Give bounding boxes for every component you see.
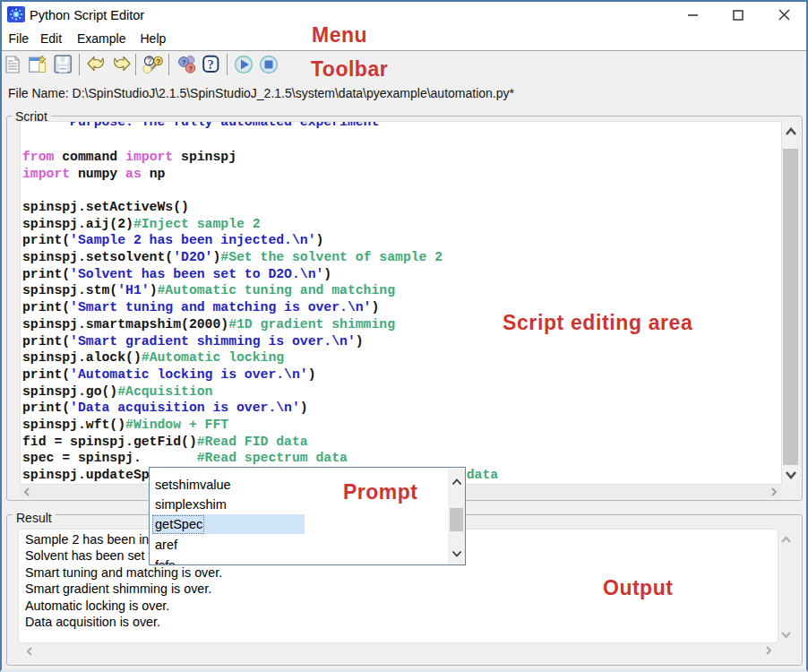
svg-text:?: ? (182, 58, 186, 66)
svg-text:?: ? (156, 57, 160, 66)
svg-text:?: ? (188, 65, 193, 73)
svg-text:?: ? (207, 57, 213, 72)
svg-text:?: ? (147, 56, 152, 66)
